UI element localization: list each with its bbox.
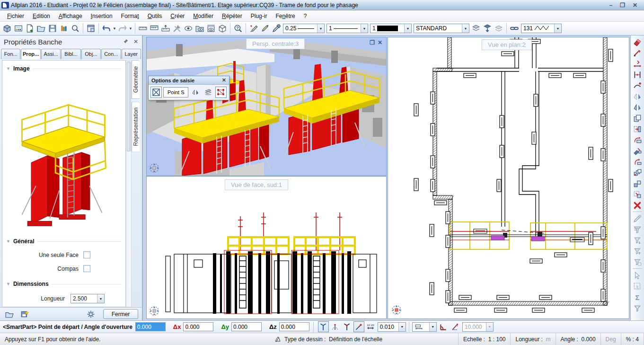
eye-icon[interactable] [183, 23, 194, 34]
single-face-checkbox[interactable] [83, 251, 90, 258]
frame-red-icon[interactable] [215, 87, 227, 98]
delete-icon[interactable] [632, 200, 643, 211]
modify-point-icon[interactable] [632, 47, 643, 58]
eraser-icon[interactable] [632, 36, 643, 47]
menu-fentre[interactable]: Fenêtre [271, 11, 299, 21]
undo-icon[interactable] [101, 23, 112, 34]
dropdown-caret[interactable]: ▼ [128, 23, 133, 34]
window-eye-icon[interactable] [205, 23, 217, 34]
sum-icon[interactable]: Σ [632, 292, 643, 302]
compass-checkbox[interactable] [83, 265, 90, 272]
mirror-half-icon[interactable] [632, 91, 643, 102]
vp-restore-icon[interactable]: ❐ [370, 39, 375, 46]
track-red-icon[interactable] [342, 321, 353, 332]
color-bars-icon[interactable] [58, 23, 70, 34]
palette-close-icon[interactable]: ✕ [222, 77, 226, 83]
folder-eye-icon[interactable] [194, 23, 205, 34]
filter-up-icon[interactable] [632, 246, 643, 257]
pen-thickness-combo[interactable]: 0.25▼ [283, 24, 325, 33]
line-color-combo[interactable]: 1▼ [370, 24, 412, 33]
load-favorite-icon[interactable] [4, 309, 15, 320]
distance-icon[interactable] [632, 69, 643, 80]
chain-icon[interactable] [509, 23, 520, 34]
vp-close-icon[interactable]: ✕ [378, 39, 382, 46]
length-status[interactable]: Longueur : m [511, 333, 556, 345]
ruler-frame-icon[interactable] [149, 23, 160, 34]
menu-outils[interactable]: Outils [143, 11, 167, 21]
angle-input[interactable]: 0.000 [135, 322, 166, 331]
fermer-button[interactable]: Fermer [103, 309, 138, 319]
dim-line-combo[interactable]: ▼ [412, 322, 437, 332]
resize-icon[interactable] [632, 189, 643, 200]
copy-icon[interactable] [632, 113, 643, 124]
restore-button[interactable]: ❐ [620, 2, 625, 9]
hatch-combo[interactable]: 131▼ [521, 24, 562, 33]
select-region-icon[interactable] [632, 281, 643, 292]
dropdown-caret[interactable]: ▼ [112, 23, 117, 34]
viewport-persp[interactable]: Persp. centrale:3 ❐✕ [146, 37, 387, 176]
menu-fichier[interactable]: Fichier [3, 11, 28, 21]
drawing-type[interactable]: Type de dessin : Définition de l'échelle [270, 333, 387, 345]
no-snap-icon[interactable] [150, 87, 162, 98]
panel-tab-layer[interactable]: Layer [122, 49, 141, 59]
stack-icon[interactable] [203, 87, 214, 98]
tab-representation[interactable]: Représentation [132, 101, 140, 152]
snap-combo[interactable]: 0.010▼ [378, 322, 406, 332]
copy-multi-icon[interactable] [632, 167, 643, 178]
help-search-icon[interactable]: ? [232, 23, 244, 34]
rotate-copy-icon[interactable] [632, 156, 643, 167]
rotate-icon[interactable] [632, 134, 643, 145]
dz-input[interactable]: 0.000 [279, 322, 309, 331]
point-s-button[interactable]: Point S [163, 87, 188, 97]
menu-modifier[interactable]: Modifier [189, 11, 218, 21]
cube-icon[interactable] [217, 23, 228, 34]
angle-status[interactable]: Angle : 0.000 [556, 333, 601, 345]
panel-tab-bibl[interactable]: Bibl... [61, 49, 80, 59]
panel-scrollbar[interactable] [126, 60, 132, 307]
new-document-icon[interactable] [24, 23, 35, 34]
menu-affichage[interactable]: Affichage [54, 11, 87, 21]
modify-offset-icon[interactable] [632, 58, 643, 69]
viewport-plan[interactable]: Vue en plan:2 [388, 37, 629, 319]
filter-funnel-icon[interactable] [632, 302, 643, 313]
open-folder-icon[interactable] [35, 23, 47, 34]
tab-geometrie[interactable]: Géométrie [132, 60, 140, 99]
layer-combo[interactable]: STANDARD▼ [414, 24, 469, 33]
panel-tab-obj[interactable]: Obj... [81, 49, 101, 59]
window-copy-icon[interactable] [85, 23, 97, 34]
panel-tab-fon[interactable]: Fon... [1, 49, 20, 59]
angle-snap-icon[interactable] [450, 321, 461, 332]
navigation-compass-icon[interactable] [150, 306, 159, 316]
menu-format[interactable]: Format [117, 11, 143, 21]
save-icon[interactable] [47, 23, 58, 34]
scale-1020-icon[interactable]: 10 20 [365, 321, 376, 332]
panel-tab-prop[interactable]: Prop... [21, 49, 40, 59]
select-arrow-icon[interactable] [632, 270, 643, 281]
ruler-icon[interactable] [137, 23, 149, 34]
viewport-face[interactable]: Vue de face, sud:1 [146, 176, 387, 319]
point-snap-icon[interactable] [330, 321, 341, 332]
gear-icon[interactable] [85, 309, 97, 320]
pen-edit-icon[interactable] [259, 23, 271, 34]
modify-freehand-icon[interactable] [632, 80, 643, 91]
pipette-gray-icon[interactable] [632, 213, 643, 224]
filter-apply-icon[interactable] [632, 224, 643, 235]
dx-input[interactable]: 0.000 [183, 322, 213, 331]
minimize-button[interactable]: – [609, 2, 612, 9]
menu-crer[interactable]: Créer [166, 11, 189, 21]
tools-icon[interactable] [171, 23, 183, 34]
scale-status[interactable]: Echelle : 1 : 100 [458, 333, 511, 345]
panel-tab-assi[interactable]: Assi... [41, 49, 61, 59]
menu-insertion[interactable]: Insertion [87, 11, 117, 21]
mirror-copy-icon[interactable] [632, 145, 643, 156]
pipette-icon[interactable] [271, 23, 282, 34]
menu-help[interactable]: ? [300, 11, 311, 21]
redo-icon[interactable] [117, 23, 128, 34]
move-icon[interactable] [632, 178, 643, 189]
navigation-compass-icon[interactable] [150, 163, 159, 173]
zoom-search-icon[interactable] [70, 23, 81, 34]
mirror-small-icon[interactable] [190, 87, 201, 98]
close-button[interactable]: ✕ [633, 2, 637, 9]
line-type-combo[interactable]: 1▼ [326, 24, 368, 33]
menu-rpter[interactable]: Répéter [218, 11, 247, 21]
